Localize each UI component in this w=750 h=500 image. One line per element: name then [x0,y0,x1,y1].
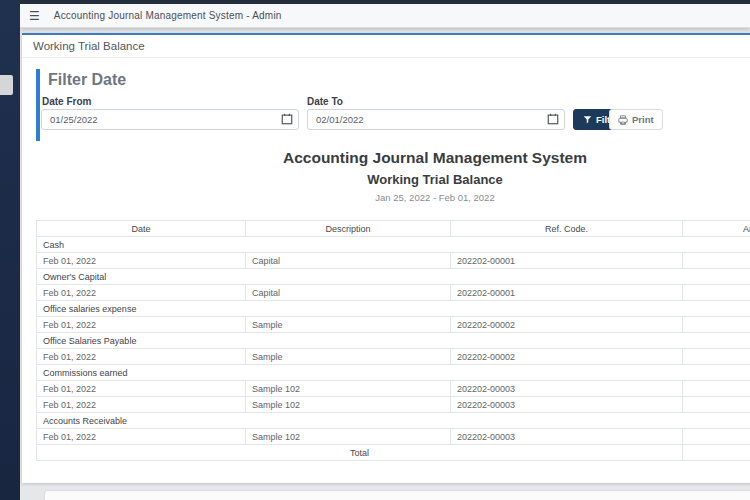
entry-date-cell: Feb 01, 2022 [37,429,246,445]
col-header-amount: Amount [683,221,750,237]
entry-ref-code-cell: 202202-00002 [451,317,683,333]
date-from-wrapper [41,109,299,130]
entry-date-cell: Feb 01, 2022 [37,253,246,269]
entry-description-cell: Sample 102 [246,381,451,397]
total-amount-cell [683,445,750,461]
print-button[interactable]: Print [609,109,663,130]
topbar: ☰ Accounting Journal Management System -… [20,4,750,28]
account-name-cell: Office salaries expense [37,301,750,317]
entry-row: Feb 01, 2022Capital202202-00001 [37,253,750,269]
entry-ref-code-cell: 202202-00003 [451,397,683,413]
trial-balance-table: Date Description Ref. Code. Amount CashF… [36,220,750,461]
entry-amount-cell [683,349,750,365]
entry-ref-code-cell: 202202-00001 [451,285,683,301]
print-button-label: Print [632,114,654,125]
entry-row: Feb 01, 2022Capital202202-00001 [37,285,750,301]
entry-amount-cell [683,397,750,413]
date-to-wrapper [307,109,565,130]
total-row: Total [37,445,750,461]
entry-description-cell: Capital [246,253,451,269]
entry-date-cell: Feb 01, 2022 [37,381,246,397]
entry-amount-cell [683,285,750,301]
calendar-icon[interactable] [281,113,293,125]
topbar-title: Accounting Journal Management System - A… [54,10,282,21]
account-group-row: Accounts Receivable [37,413,750,429]
account-name-cell: Commissions earned [37,365,750,381]
app-window: ☰ Accounting Journal Management System -… [0,0,750,500]
funnel-icon [583,115,592,124]
entry-description-cell: Sample 102 [246,429,451,445]
account-name-cell: Owner's Capital [37,269,750,285]
hamburger-menu-icon[interactable]: ☰ [29,10,40,22]
account-name-cell: Accounts Receivable [37,413,750,429]
entry-row: Feb 01, 2022Sample 102202202-00003 [37,429,750,445]
entry-amount-cell [683,317,750,333]
sidebar[interactable] [0,0,20,500]
account-group-row: Commissions earned [37,365,750,381]
account-group-row: Office Salaries Payable [37,333,750,349]
entry-amount-cell [683,253,750,269]
entry-amount-cell [683,381,750,397]
filter-accent-bar [36,69,40,141]
table-header-row: Date Description Ref. Code. Amount [37,221,750,237]
col-header-date: Date [37,221,246,237]
entry-description-cell: Sample [246,317,451,333]
entry-date-cell: Feb 01, 2022 [37,317,246,333]
printer-icon [618,115,628,125]
entry-date-cell: Feb 01, 2022 [37,349,246,365]
trial-balance-table-wrapper: Date Description Ref. Code. Amount CashF… [36,220,750,461]
date-from-input[interactable] [41,109,299,130]
card-header-title: Working Trial Balance [33,40,145,52]
report-table-body: CashFeb 01, 2022Capital202202-00001Owner… [37,237,750,461]
account-name-cell: Cash [37,237,750,253]
account-group-row: Cash [37,237,750,253]
entry-description-cell: Sample [246,349,451,365]
account-group-row: Office salaries expense [37,301,750,317]
entry-date-cell: Feb 01, 2022 [37,397,246,413]
total-label-cell: Total [37,445,683,461]
account-group-row: Owner's Capital [37,269,750,285]
window-top-strip [0,0,750,4]
col-header-description: Description [246,221,451,237]
filter-section-title: Filter Date [48,71,126,89]
sidebar-active-item[interactable] [0,75,13,95]
entry-row: Feb 01, 2022Sample 102202202-00003 [37,397,750,413]
date-from-label: Date From [42,96,91,107]
col-header-ref-code: Ref. Code. [451,221,683,237]
entry-row: Feb 01, 2022Sample202202-00002 [37,349,750,365]
entry-ref-code-cell: 202202-00003 [451,429,683,445]
entry-ref-code-cell: 202202-00002 [451,349,683,365]
entry-description-cell: Capital [246,285,451,301]
calendar-icon[interactable] [547,113,559,125]
entry-ref-code-cell: 202202-00003 [451,381,683,397]
entry-row: Feb 01, 2022Sample202202-00002 [37,317,750,333]
date-to-input[interactable] [307,109,565,130]
date-to-label: Date To [307,96,343,107]
entry-description-cell: Sample 102 [246,397,451,413]
account-name-cell: Office Salaries Payable [37,333,750,349]
entry-amount-cell [683,429,750,445]
entry-ref-code-cell: 202202-00001 [451,253,683,269]
entry-date-cell: Feb 01, 2022 [37,285,246,301]
entry-row: Feb 01, 2022Sample 102202202-00003 [37,381,750,397]
report-title: Accounting Journal Management System [22,149,750,167]
report-date-range: Jan 25, 2022 - Feb 01, 2022 [22,192,750,203]
card-header: Working Trial Balance [22,35,750,58]
report-subtitle: Working Trial Balance [22,172,750,187]
working-trial-balance-card: Working Trial Balance Filter Date Date F… [22,33,750,483]
next-card-edge [45,491,750,500]
